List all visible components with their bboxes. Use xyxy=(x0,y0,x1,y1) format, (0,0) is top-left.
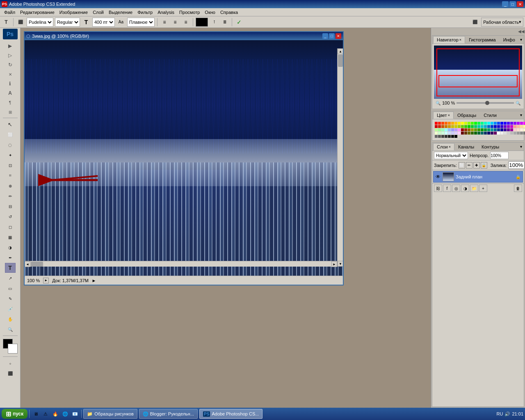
tool-move[interactable]: ↖ xyxy=(5,119,16,129)
swatch-cell[interactable] xyxy=(484,125,487,128)
swatch-cell[interactable] xyxy=(477,128,480,131)
swatch-cell[interactable] xyxy=(458,128,461,131)
font-family-select[interactable]: Pudelina xyxy=(27,18,53,27)
swatch-cell[interactable] xyxy=(445,128,447,131)
swatch-cell[interactable] xyxy=(464,122,467,125)
swatch-cell[interactable] xyxy=(435,128,438,131)
tab-swatches[interactable]: Образцы xyxy=(454,112,480,119)
tool-quick-select[interactable]: ✦ xyxy=(5,150,16,160)
zoom-out-icon[interactable]: 🔍 xyxy=(436,101,441,105)
doc-scrollbar-horizontal[interactable]: ◄ ► xyxy=(25,261,337,267)
swatch-cell[interactable] xyxy=(481,132,484,135)
swatch-cell[interactable] xyxy=(474,132,477,135)
swatch-cell[interactable] xyxy=(448,132,451,135)
swatch-cell[interactable] xyxy=(461,132,464,135)
swatch-cell[interactable] xyxy=(445,125,447,128)
swatch-cell[interactable] xyxy=(491,125,493,128)
zoom-slider[interactable] xyxy=(457,102,514,104)
swatch-cell[interactable] xyxy=(510,122,513,125)
swatch-cell[interactable] xyxy=(500,122,503,125)
swatch-cell[interactable] xyxy=(487,122,490,125)
swatch-cell[interactable] xyxy=(504,125,507,128)
tool-healing[interactable]: ⊕ xyxy=(5,181,16,191)
taskbar-item-folder[interactable]: 📁 Образцы рисунков xyxy=(83,409,137,419)
tab-styles[interactable]: Стили xyxy=(480,112,500,119)
swatch-cell[interactable] xyxy=(435,125,438,128)
background-color[interactable] xyxy=(8,344,18,354)
swatch-cell[interactable] xyxy=(494,132,497,135)
swatch-cell[interactable] xyxy=(454,132,457,135)
tool-brush[interactable]: ✏ xyxy=(5,191,16,201)
swatch-cell[interactable] xyxy=(468,125,470,128)
scroll-right-button[interactable]: ► xyxy=(331,261,337,267)
menu-help[interactable]: Справка xyxy=(218,9,240,16)
tool-notes[interactable]: ✎ xyxy=(5,294,16,304)
swatch-cell[interactable] xyxy=(484,132,487,135)
nav-panel-menu[interactable]: ▾ xyxy=(519,37,523,43)
swatch-cell[interactable] xyxy=(481,125,484,128)
swatch-cell[interactable] xyxy=(497,128,500,131)
swatch-cell[interactable] xyxy=(481,122,484,125)
swatch-cell[interactable] xyxy=(474,128,477,131)
ql-icon-1[interactable]: 🖥 xyxy=(31,409,40,418)
swatch-cell[interactable] xyxy=(438,135,441,138)
swatch-cell[interactable] xyxy=(481,128,484,131)
color-panel-menu[interactable]: ▾ xyxy=(519,112,523,118)
menu-analysis[interactable]: Analysis xyxy=(155,9,177,16)
swatch-cell[interactable] xyxy=(497,125,500,128)
left-panel-loop-icon[interactable]: ↻ xyxy=(6,61,14,69)
swatch-cell[interactable] xyxy=(454,128,457,131)
swatch-cell[interactable] xyxy=(494,122,497,125)
swatch-cell[interactable] xyxy=(451,135,454,138)
swatch-cell[interactable] xyxy=(484,122,487,125)
swatch-cell[interactable] xyxy=(523,132,525,135)
swatch-cell[interactable] xyxy=(497,122,500,125)
left-panel-play-icon[interactable]: ▷ xyxy=(6,51,14,59)
color-swatches[interactable] xyxy=(3,339,18,354)
menu-edit[interactable]: Редактирование xyxy=(18,9,57,16)
layer-row-background[interactable]: 👁 Задний план 🔒 xyxy=(433,171,523,183)
swatch-cell[interactable] xyxy=(517,128,520,131)
swatch-cell[interactable] xyxy=(454,135,457,138)
scroll-down-button[interactable]: ▼ xyxy=(338,261,343,267)
tool-shape[interactable]: ▭ xyxy=(5,283,16,293)
swatch-cell[interactable] xyxy=(435,132,438,135)
tool-path-select[interactable]: ↗ xyxy=(5,273,16,283)
swatch-cell[interactable] xyxy=(494,128,497,131)
swatch-cell[interactable] xyxy=(510,132,513,135)
tab-histogram[interactable]: Гистограмма xyxy=(465,36,500,43)
swatch-cell[interactable] xyxy=(441,135,444,138)
tool-eyedropper[interactable]: 💉 xyxy=(5,304,16,314)
zoom-slider-thumb[interactable] xyxy=(485,101,489,105)
swatch-cell[interactable] xyxy=(448,128,451,131)
scroll-up-button[interactable]: ▲ xyxy=(338,48,343,54)
swatch-cell[interactable] xyxy=(491,128,493,131)
swatch-cell[interactable] xyxy=(471,132,474,135)
lock-transparent-btn[interactable]: ⬜ xyxy=(459,162,465,169)
tab-layers[interactable]: Слои × xyxy=(433,143,454,151)
swatch-cell[interactable] xyxy=(468,128,470,131)
tool-quick-mask[interactable]: ⬦ xyxy=(5,358,16,368)
swatch-cell[interactable] xyxy=(438,122,441,125)
workspace-button[interactable]: Рабочая область ▾ xyxy=(481,18,523,27)
tool-screen-mode[interactable]: ⬛ xyxy=(5,368,16,378)
tool-slice[interactable]: ⌗ xyxy=(5,171,16,180)
swatch-cell[interactable] xyxy=(523,128,525,131)
doc-info-arrow[interactable]: ► xyxy=(92,278,96,283)
swatch-cell[interactable] xyxy=(507,122,510,125)
minimize-button[interactable]: _ xyxy=(502,1,509,7)
swatch-cell[interactable] xyxy=(458,125,461,128)
navigator-tab-close[interactable]: × xyxy=(459,38,461,42)
swatch-cell[interactable] xyxy=(448,135,451,138)
tab-paths[interactable]: Контуры xyxy=(478,143,503,151)
doc-scrollbar-vertical[interactable]: ▲ ▼ xyxy=(337,48,343,267)
align-right-icon[interactable]: ≡ xyxy=(181,18,190,27)
swatch-cell[interactable] xyxy=(504,122,507,125)
tool-pen[interactable]: ✒ xyxy=(5,253,16,262)
swatch-cell[interactable] xyxy=(504,132,507,135)
swatch-cell[interactable] xyxy=(435,122,438,125)
tool-lasso[interactable]: ◌ xyxy=(5,140,16,150)
swatch-cell[interactable] xyxy=(514,125,516,128)
swatch-cell[interactable] xyxy=(438,132,441,135)
swatch-cell[interactable] xyxy=(520,128,523,131)
